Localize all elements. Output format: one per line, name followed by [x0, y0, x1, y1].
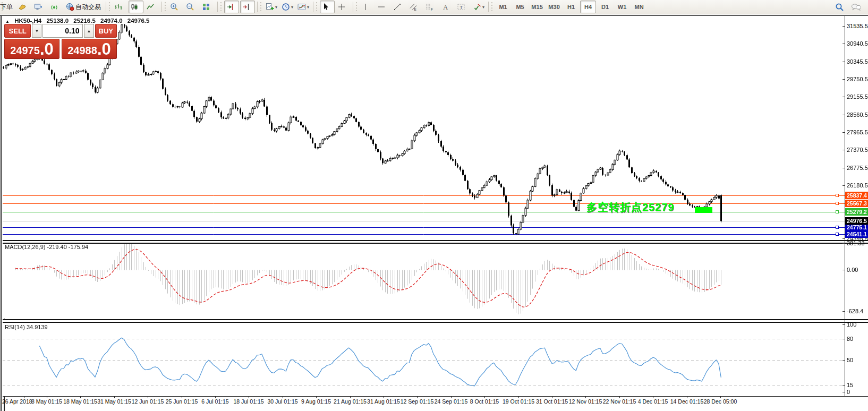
trendline-icon — [393, 3, 402, 11]
macd-axis-label: 0.00 — [847, 267, 858, 273]
volume-increase-button[interactable]: ▲ — [84, 24, 93, 38]
crosshair-button[interactable] — [336, 1, 351, 13]
vertical-line-button[interactable] — [360, 1, 375, 13]
time-axis-tick — [687, 396, 687, 398]
main-price-chart[interactable] — [3, 16, 845, 240]
macd-label: MACD(12,26,9) -219.40 -175.94 — [5, 244, 88, 250]
axis-tick — [843, 243, 845, 244]
sell-button[interactable]: SELL — [4, 24, 31, 38]
time-axis-label: 12 Nov 01:15 — [569, 398, 602, 405]
chart-shift-button[interactable] — [224, 1, 239, 13]
timeframe-w1-button[interactable]: W1 — [614, 1, 630, 13]
timeframe-h4-button[interactable]: H4 — [580, 1, 596, 13]
time-axis-label: 8 Oct 01:15 — [470, 398, 499, 405]
time-axis-label: 31 Oct 01:15 — [536, 398, 568, 405]
new-order-button[interactable]: 下单 — [0, 1, 15, 13]
timeframe-m5-button-label: M5 — [516, 4, 524, 10]
collapse-triangle-icon[interactable]: ▲ — [5, 19, 10, 24]
price-axis-label: 29155.5 — [847, 93, 868, 100]
timeframe-m15-button[interactable]: M15 — [529, 1, 545, 13]
price-axis-label: 27965.5 — [847, 129, 868, 136]
bars-icon — [114, 3, 123, 11]
auto-scroll-button[interactable] — [240, 1, 255, 13]
symbol-period-label: HK50-,H4 — [14, 18, 41, 24]
zoom-out-button[interactable] — [184, 1, 199, 13]
history-center-button[interactable] — [16, 1, 31, 13]
dropdown-arrow-icon[interactable]: ▾ — [291, 5, 293, 10]
time-axis-tick — [47, 396, 47, 398]
publisher-button[interactable] — [32, 1, 47, 13]
fibonacci-button[interactable]: F — [423, 1, 438, 13]
dropdown-arrow-icon[interactable]: ▾ — [482, 5, 484, 10]
globe-icon — [66, 3, 74, 11]
addchart-icon — [266, 3, 274, 11]
equidistant-channel-button[interactable]: E — [407, 1, 422, 13]
price-axis-label: 30940.5 — [847, 40, 868, 47]
axis-tick — [843, 26, 845, 27]
chat-button[interactable] — [849, 1, 864, 13]
pane-divider-main-macd[interactable] — [3, 240, 868, 244]
timeframe-m15-button-label: M15 — [531, 4, 542, 10]
signals-button[interactable] — [48, 1, 63, 13]
arrows-button[interactable]: ▾ — [471, 1, 486, 13]
timeframe-m1-button-label: M1 — [499, 4, 507, 10]
new-chart-button[interactable]: ▾ — [264, 1, 279, 13]
indicators-button[interactable]: ▾ — [296, 1, 311, 13]
rsi-indicator-pane[interactable] — [3, 322, 845, 396]
bar-chart-button[interactable] — [113, 1, 127, 13]
time-axis-label: 21 Aug 01:15 — [334, 398, 367, 405]
timeframe-m1-button[interactable]: M1 — [495, 1, 511, 13]
timeframe-mn-button[interactable]: MN — [631, 1, 647, 13]
time-axis-label: 9 Aug 01:15 — [301, 398, 331, 405]
open-value: 25138.0 — [46, 18, 69, 24]
chat-icon — [851, 3, 860, 11]
timeframe-h1-button[interactable]: H1 — [563, 1, 579, 13]
periods-button[interactable]: ▾ — [280, 1, 295, 13]
timeframe-m30-button[interactable]: M30 — [546, 1, 562, 13]
time-axis-label: 28 Dec 05:00 — [704, 398, 737, 405]
text-label-button[interactable]: T — [455, 1, 470, 13]
time-axis-tick — [350, 396, 351, 398]
pane-divider-macd-rsi[interactable] — [3, 319, 868, 323]
price-axis-label: 26180.5 — [847, 182, 868, 189]
high-value: 25216.5 — [73, 18, 96, 24]
timeframe-d1-button[interactable]: D1 — [597, 1, 613, 13]
time-axis-tick — [283, 396, 283, 398]
time-axis-label: 12 Sep 01:15 — [401, 398, 433, 405]
trendline-button[interactable] — [392, 1, 406, 13]
line-chart-button[interactable] — [144, 1, 159, 13]
dropdown-arrow-icon[interactable]: ▾ — [307, 5, 309, 10]
cursor-button[interactable] — [320, 1, 335, 13]
dropdown-arrow-icon[interactable]: ▾ — [275, 5, 277, 10]
rsi-axis-label: 50 — [847, 357, 853, 364]
sell-price-display[interactable]: 24975 .0 — [4, 39, 59, 59]
horizontal-line-button[interactable] — [376, 1, 390, 13]
label-icon: T — [457, 3, 465, 11]
svg-text:F: F — [431, 7, 433, 11]
zoom-in-button[interactable] — [168, 1, 183, 13]
toolbar-separator — [313, 2, 313, 12]
timeframe-m5-button[interactable]: M5 — [512, 1, 528, 13]
level-price-label: 24775.1 — [845, 224, 868, 231]
buy-price-display[interactable]: 24988 .0 — [62, 39, 117, 59]
toolbar-grip — [316, 2, 318, 12]
axis-tick — [843, 44, 845, 44]
toolbar-group: 下单自动交易 — [0, 0, 104, 14]
volume-input[interactable] — [42, 24, 83, 38]
time-axis-label: 18 Jul 01:15 — [233, 398, 263, 405]
pivot-annotation-text[interactable]: 多空转折点25279 — [586, 200, 675, 215]
candlestick-chart-button[interactable] — [129, 1, 143, 13]
signal-icon — [50, 3, 58, 11]
text-button[interactable]: A — [439, 1, 454, 13]
timeframe-d1-button-label: D1 — [601, 4, 609, 10]
volume-decrease-button[interactable]: ▼ — [32, 24, 41, 38]
search-button[interactable] — [833, 1, 848, 13]
buy-button[interactable]: BUY — [95, 24, 117, 38]
hline-icon — [377, 3, 386, 11]
time-axis-label: 12 Jun 01:15 — [132, 398, 164, 405]
axis-tick — [843, 132, 845, 133]
macd-indicator-pane[interactable] — [3, 243, 845, 319]
timeframe-mn-button-label: MN — [635, 4, 644, 10]
tile-windows-button[interactable] — [200, 1, 215, 13]
autotrading-button[interactable]: 自动交易 — [64, 1, 104, 13]
